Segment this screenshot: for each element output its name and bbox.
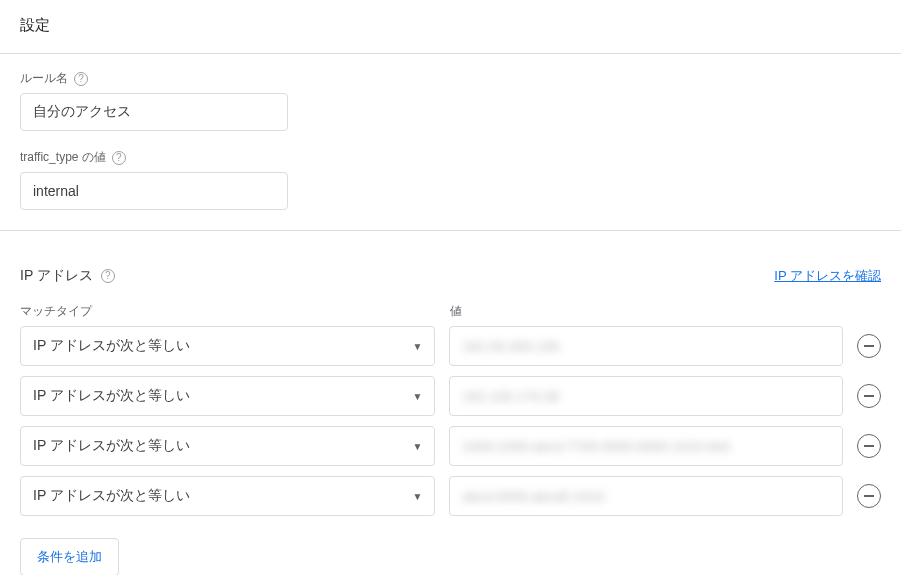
ip-value-input[interactable]: 192.100.170.06 (449, 376, 843, 416)
remove-row-button[interactable] (857, 334, 881, 358)
match-type-select[interactable]: IP アドレスが次と等しい ▼ (20, 326, 435, 366)
rule-name-label: ルール名 (20, 70, 68, 87)
rule-name-value: 自分のアクセス (33, 103, 131, 121)
match-type-value: IP アドレスが次と等しい (33, 387, 190, 405)
value-col-label: 値 (450, 303, 844, 320)
ip-value: 192.100.170.06 (462, 389, 559, 404)
chevron-down-icon: ▼ (413, 441, 423, 452)
ip-row: IP アドレスが次と等しい ▼ 192.100.170.06 (20, 376, 881, 416)
match-type-select[interactable]: IP アドレスが次と等しい ▼ (20, 376, 435, 416)
ip-row: IP アドレスが次と等しい ▼ 192.00.000.155 (20, 326, 881, 366)
remove-row-button[interactable] (857, 484, 881, 508)
ip-value: 192.00.000.155 (462, 339, 559, 354)
match-type-select[interactable]: IP アドレスが次と等しい ▼ (20, 476, 435, 516)
match-type-select[interactable]: IP アドレスが次と等しい ▼ (20, 426, 435, 466)
chevron-down-icon: ▼ (413, 491, 423, 502)
traffic-type-value: internal (33, 183, 79, 199)
remove-row-button[interactable] (857, 384, 881, 408)
match-type-value: IP アドレスが次と等しい (33, 487, 190, 505)
ip-value-input[interactable]: 192.00.000.155 (449, 326, 843, 366)
verify-ip-link[interactable]: IP アドレスを確認 (774, 267, 881, 285)
ip-value: 2400:1000:abcd:7700:0000:0000:1010:0e0 (462, 439, 730, 454)
rule-name-input[interactable]: 自分のアクセス (20, 93, 288, 131)
help-icon[interactable]: ? (112, 151, 126, 165)
ip-row: IP アドレスが次と等しい ▼ abcd:0000:abcd0:1010 (20, 476, 881, 516)
match-type-value: IP アドレスが次と等しい (33, 437, 190, 455)
ip-value-input[interactable]: abcd:0000:abcd0:1010 (449, 476, 843, 516)
match-type-value: IP アドレスが次と等しい (33, 337, 190, 355)
help-icon[interactable]: ? (74, 72, 88, 86)
traffic-type-input[interactable]: internal (20, 172, 288, 210)
ip-row: IP アドレスが次と等しい ▼ 2400:1000:abcd:7700:0000… (20, 426, 881, 466)
divider (0, 230, 901, 231)
ip-value-input[interactable]: 2400:1000:abcd:7700:0000:0000:1010:0e0 (449, 426, 843, 466)
chevron-down-icon: ▼ (413, 341, 423, 352)
ip-section-header: IP アドレス (20, 267, 93, 285)
match-type-col-label: マッチタイプ (20, 303, 436, 320)
help-icon[interactable]: ? (101, 269, 115, 283)
ip-value: abcd:0000:abcd0:1010 (462, 489, 604, 504)
page-title: 設定 (20, 16, 881, 35)
chevron-down-icon: ▼ (413, 391, 423, 402)
add-condition-button[interactable]: 条件を追加 (20, 538, 119, 575)
traffic-type-label: traffic_type の値 (20, 149, 106, 166)
remove-row-button[interactable] (857, 434, 881, 458)
